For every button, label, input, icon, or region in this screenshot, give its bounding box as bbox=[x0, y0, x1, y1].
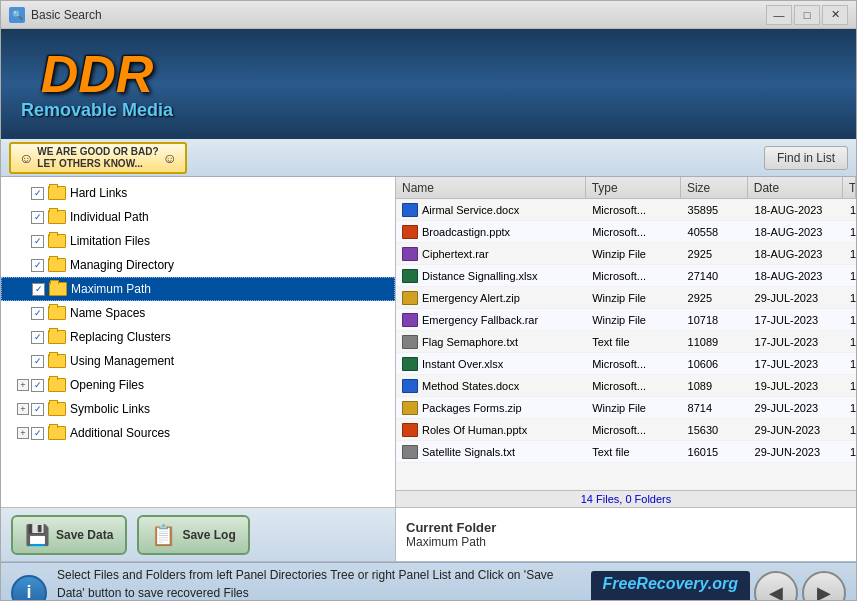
expand-icon-additional-sources[interactable]: + bbox=[17, 427, 29, 439]
maximize-button[interactable]: □ bbox=[794, 5, 820, 25]
tree-item-label-using-management: Using Management bbox=[70, 354, 174, 368]
tree-item-managing-directory[interactable]: ✓Managing Directory bbox=[1, 253, 395, 277]
tree-item-limitation-files[interactable]: ✓Limitation Files bbox=[1, 229, 395, 253]
checkbox-maximum-path[interactable]: ✓ bbox=[32, 283, 45, 296]
file-name-text: Roles Of Human.pptx bbox=[422, 424, 527, 436]
back-button[interactable]: ◀ bbox=[754, 571, 798, 602]
checkbox-managing-directory[interactable]: ✓ bbox=[31, 259, 44, 272]
file-date-cell: 17-JUL-2023 bbox=[749, 356, 844, 372]
tree-item-hard-links[interactable]: ✓Hard Links bbox=[1, 181, 395, 205]
bottom-bar: 💾 Save Data 📋 Save Log Current Folder Ma… bbox=[1, 507, 856, 562]
file-row[interactable]: Transports Mail.pptxMicrosoft...3029-JUN… bbox=[396, 463, 856, 464]
file-row[interactable]: Distance Signalling.xlsxMicrosoft...2714… bbox=[396, 265, 856, 287]
save-log-label: Save Log bbox=[182, 528, 235, 542]
file-time-cell: 12:07 bbox=[844, 444, 856, 460]
file-name-cell: Ciphertext.rar bbox=[396, 245, 586, 263]
directory-tree[interactable]: ✓Hard Links✓Individual Path✓Limitation F… bbox=[1, 177, 395, 507]
close-button[interactable]: ✕ bbox=[822, 5, 848, 25]
file-date-cell: 29-JUN-2023 bbox=[749, 422, 844, 438]
file-date-cell: 18-AUG-2023 bbox=[749, 224, 844, 240]
file-list[interactable]: Airmal Service.docxMicrosoft...3589518-A… bbox=[396, 199, 856, 464]
file-row[interactable]: Broadcastign.pptxMicrosoft...4055818-AUG… bbox=[396, 221, 856, 243]
folder-icon-maximum-path bbox=[49, 282, 67, 296]
checkbox-opening-files[interactable]: ✓ bbox=[31, 379, 44, 392]
checkbox-name-spaces[interactable]: ✓ bbox=[31, 307, 44, 320]
file-size-cell: 27140 bbox=[682, 268, 749, 284]
file-size-cell: 11089 bbox=[682, 334, 749, 350]
file-time-cell: 14:56 bbox=[844, 312, 856, 328]
file-row[interactable]: Emergency Alert.zipWinzip File292529-JUL… bbox=[396, 287, 856, 309]
find-in-list-button[interactable]: Find in List bbox=[764, 146, 848, 170]
file-type-icon bbox=[402, 379, 418, 393]
file-count: 14 Files, 0 Folders bbox=[396, 490, 856, 507]
tree-item-name-spaces[interactable]: ✓Name Spaces bbox=[1, 301, 395, 325]
file-time-cell: 16:06 bbox=[844, 334, 856, 350]
col-header-type[interactable]: Type bbox=[586, 177, 681, 198]
checkbox-individual-path[interactable]: ✓ bbox=[31, 211, 44, 224]
col-header-size[interactable]: Size bbox=[681, 177, 748, 198]
file-type-cell: Microsoft... bbox=[586, 268, 681, 284]
file-type-icon bbox=[402, 445, 418, 459]
tree-item-opening-files[interactable]: +✓Opening Files bbox=[1, 373, 395, 397]
checkbox-replacing-clusters[interactable]: ✓ bbox=[31, 331, 44, 344]
action-bar: 💾 Save Data 📋 Save Log bbox=[1, 507, 396, 562]
file-time-cell: 17:14 bbox=[844, 356, 856, 372]
checkbox-hard-links[interactable]: ✓ bbox=[31, 187, 44, 200]
file-row[interactable]: Airmal Service.docxMicrosoft...3589518-A… bbox=[396, 199, 856, 221]
checkbox-limitation-files[interactable]: ✓ bbox=[31, 235, 44, 248]
tree-item-symbolic-links[interactable]: +✓Symbolic Links bbox=[1, 397, 395, 421]
col-header-date[interactable]: Date bbox=[748, 177, 843, 198]
folder-icon-hard-links bbox=[48, 186, 66, 200]
expand-icon-symbolic-links[interactable]: + bbox=[17, 403, 29, 415]
file-type-cell: Microsoft... bbox=[586, 356, 681, 372]
folder-icon-additional-sources bbox=[48, 426, 66, 440]
save-log-button[interactable]: 📋 Save Log bbox=[137, 515, 249, 555]
file-row[interactable]: Ciphertext.rarWinzip File292518-AUG-2023… bbox=[396, 243, 856, 265]
title-bar: 🔍 Basic Search — □ ✕ bbox=[1, 1, 856, 29]
file-size-cell: 15630 bbox=[682, 422, 749, 438]
expand-icon-opening-files[interactable]: + bbox=[17, 379, 29, 391]
save-data-button[interactable]: 💾 Save Data bbox=[11, 515, 127, 555]
file-row[interactable]: Flag Semaphore.txtText file1108917-JUL-2… bbox=[396, 331, 856, 353]
file-date-cell: 19-JUL-2023 bbox=[749, 378, 844, 394]
col-header-name[interactable]: Name bbox=[396, 177, 586, 198]
save-data-icon: 💾 bbox=[25, 523, 50, 547]
checkbox-symbolic-links[interactable]: ✓ bbox=[31, 403, 44, 416]
tree-item-label-maximum-path: Maximum Path bbox=[71, 282, 151, 296]
we-are-good-button[interactable]: ☺ WE ARE GOOD OR BAD? LET OTHERS KNOW...… bbox=[9, 142, 187, 174]
col-header-time[interactable]: Time bbox=[843, 177, 856, 198]
tree-item-maximum-path[interactable]: ✓Maximum Path bbox=[1, 277, 395, 301]
file-row[interactable]: Instant Over.xlsxMicrosoft...1060617-JUL… bbox=[396, 353, 856, 375]
checkbox-using-management[interactable]: ✓ bbox=[31, 355, 44, 368]
file-name-cell: Broadcastign.pptx bbox=[396, 223, 586, 241]
file-time-cell: 14:21 bbox=[844, 378, 856, 394]
file-row[interactable]: Packages Forms.zipWinzip File871429-JUL-… bbox=[396, 397, 856, 419]
file-type-cell: Text file bbox=[586, 334, 681, 350]
file-size-cell: 8714 bbox=[682, 400, 749, 416]
file-row[interactable]: Emergency Fallback.rarWinzip File1071817… bbox=[396, 309, 856, 331]
tree-item-label-additional-sources: Additional Sources bbox=[70, 426, 170, 440]
tree-item-individual-path[interactable]: ✓Individual Path bbox=[1, 205, 395, 229]
file-row[interactable]: Roles Of Human.pptxMicrosoft...1563029-J… bbox=[396, 419, 856, 441]
free-recovery-badge: FreeRecovery.org bbox=[591, 571, 750, 602]
we-are-good-line1: WE ARE GOOD OR BAD? bbox=[37, 146, 158, 158]
file-name-cell: Flag Semaphore.txt bbox=[396, 333, 586, 351]
file-row[interactable]: Satellite Signals.txtText file1601529-JU… bbox=[396, 441, 856, 463]
file-type-icon bbox=[402, 247, 418, 261]
file-date-cell: 29-JUL-2023 bbox=[749, 290, 844, 306]
tree-item-replacing-clusters[interactable]: ✓Replacing Clusters bbox=[1, 325, 395, 349]
file-time-cell: 16:25 bbox=[844, 268, 856, 284]
file-type-icon bbox=[402, 357, 418, 371]
tree-item-additional-sources[interactable]: +✓Additional Sources bbox=[1, 421, 395, 445]
checkbox-additional-sources[interactable]: ✓ bbox=[31, 427, 44, 440]
title-controls: — □ ✕ bbox=[766, 5, 848, 25]
minimize-button[interactable]: — bbox=[766, 5, 792, 25]
window-title: Basic Search bbox=[31, 8, 102, 22]
tree-item-label-symbolic-links: Symbolic Links bbox=[70, 402, 150, 416]
file-row[interactable]: Method States.docxMicrosoft...108919-JUL… bbox=[396, 375, 856, 397]
tree-item-using-management[interactable]: ✓Using Management bbox=[1, 349, 395, 373]
folder-icon-limitation-files bbox=[48, 234, 66, 248]
logo-subtitle: Removable Media bbox=[21, 100, 173, 121]
forward-button[interactable]: ▶ bbox=[802, 571, 846, 602]
folder-icon-individual-path bbox=[48, 210, 66, 224]
